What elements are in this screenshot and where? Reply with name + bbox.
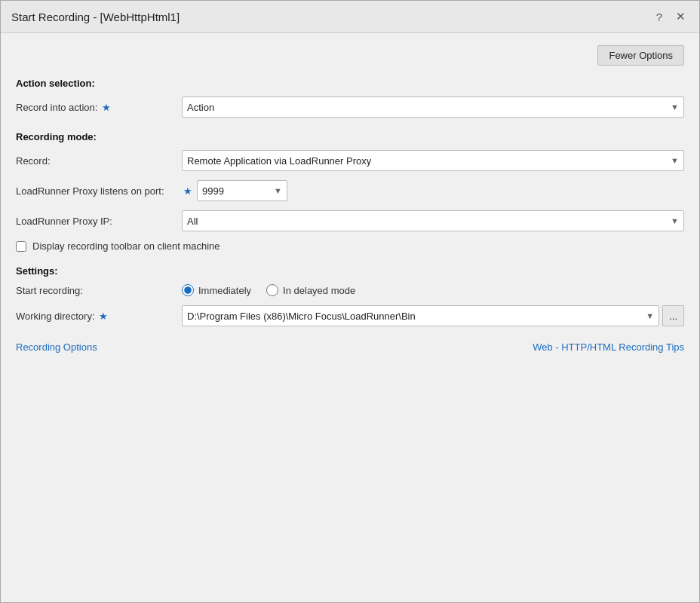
bottom-links: Recording Options Web - HTTP/HTML Record… [16, 341, 684, 353]
working-dir-arrow: ▼ [646, 311, 654, 320]
record-arrow: ▼ [671, 156, 679, 165]
required-star: ★ [102, 102, 111, 113]
display-toolbar-checkbox[interactable] [16, 241, 26, 252]
working-dir-select[interactable]: D:\Program Files (x86)\Micro Focus\LoadR… [182, 305, 659, 326]
proxy-port-select[interactable]: 9999 ▼ [197, 180, 287, 201]
record-row: Record: Remote Application via LoadRunne… [16, 150, 684, 171]
start-recording-row: Start recording: Immediately In delayed … [16, 284, 684, 296]
proxy-port-star: ★ [183, 185, 192, 197]
working-dir-label: Working directory: ★ [16, 311, 182, 322]
proxy-ip-value: All [187, 216, 198, 227]
immediately-radio-item[interactable]: Immediately [182, 284, 251, 296]
working-dir-wrapper: D:\Program Files (x86)\Micro Focus\LoadR… [182, 305, 684, 326]
immediately-label: Immediately [198, 285, 251, 296]
proxy-ip-select[interactable]: All ▼ [182, 210, 684, 231]
proxy-ip-arrow: ▼ [671, 216, 679, 225]
close-button[interactable]: ✕ [673, 8, 689, 25]
action-selection-header: Action selection: [16, 78, 684, 89]
recording-options-link[interactable]: Recording Options [16, 341, 97, 353]
dialog-container: Start Recording - [WebHttpHtml1] ? ✕ Few… [0, 0, 700, 603]
immediately-radio[interactable] [182, 284, 194, 296]
record-value: Remote Application via LoadRunner Proxy [187, 155, 371, 167]
display-toolbar-row: Display recording toolbar on client mach… [16, 240, 684, 252]
record-select[interactable]: Remote Application via LoadRunner Proxy … [182, 150, 684, 171]
proxy-port-value: 9999 [202, 185, 224, 197]
record-into-select[interactable]: Action ▼ [182, 96, 684, 118]
record-wrapper: Remote Application via LoadRunner Proxy … [182, 150, 684, 171]
help-button[interactable]: ? [653, 9, 665, 25]
record-into-value: Action [187, 102, 214, 113]
proxy-port-row: LoadRunner Proxy listens on port: ★ 9999… [16, 180, 684, 201]
working-dir-row: Working directory: ★ D:\Program Files (x… [16, 305, 684, 326]
proxy-port-wrapper: ★ 9999 ▼ [182, 180, 684, 201]
proxy-port-label: LoadRunner Proxy listens on port: [16, 185, 182, 197]
working-dir-star: ★ [99, 311, 108, 322]
delayed-radio-item[interactable]: In delayed mode [266, 284, 355, 296]
start-recording-label: Start recording: [16, 285, 182, 296]
delayed-label: In delayed mode [283, 285, 355, 296]
record-into-wrapper: Action ▼ [182, 96, 684, 118]
proxy-ip-label: LoadRunner Proxy IP: [16, 216, 182, 227]
dialog-body: Fewer Options Action selection: Record i… [1, 33, 699, 602]
dialog-title: Start Recording - [WebHttpHtml1] [11, 11, 180, 23]
proxy-port-arrow: ▼ [274, 186, 282, 195]
record-into-label: Record into action: ★ [16, 102, 182, 113]
browse-button[interactable]: ... [662, 305, 684, 326]
top-row: Fewer Options [16, 45, 684, 66]
title-bar: Start Recording - [WebHttpHtml1] ? ✕ [1, 1, 699, 33]
proxy-ip-wrapper: All ▼ [182, 210, 684, 231]
working-dir-value: D:\Program Files (x86)\Micro Focus\LoadR… [187, 311, 416, 322]
record-into-arrow: ▼ [671, 103, 679, 112]
proxy-ip-row: LoadRunner Proxy IP: All ▼ [16, 210, 684, 231]
display-toolbar-label: Display recording toolbar on client mach… [32, 240, 220, 252]
delayed-radio[interactable] [266, 284, 278, 296]
record-into-row: Record into action: ★ Action ▼ [16, 96, 684, 118]
recording-tips-link[interactable]: Web - HTTP/HTML Recording Tips [533, 341, 684, 353]
fewer-options-button[interactable]: Fewer Options [597, 45, 684, 66]
settings-header: Settings: [16, 265, 684, 277]
title-bar-left: Start Recording - [WebHttpHtml1] [11, 11, 180, 23]
start-recording-radio-group: Immediately In delayed mode [182, 284, 684, 296]
record-label: Record: [16, 155, 182, 167]
recording-mode-header: Recording mode: [16, 131, 684, 142]
title-bar-right: ? ✕ [653, 8, 689, 25]
